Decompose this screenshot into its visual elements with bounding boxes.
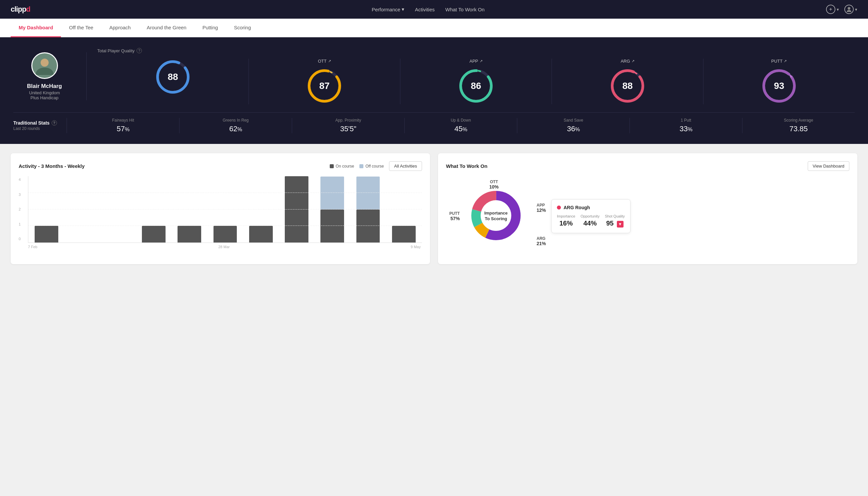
quality-scores: Total Player Quality ? 88: [86, 48, 855, 104]
donut-svg-wrapper: Importance To Scoring: [469, 189, 523, 244]
score-putt: PUTT ↗ 93: [704, 59, 855, 104]
detail-metrics: Importance 16% Opportunity 44% Shot Qual…: [557, 214, 625, 228]
stat-value-updown: 45%: [407, 125, 514, 133]
opportunity-value: 44%: [581, 219, 600, 227]
tab-putting[interactable]: Putting: [194, 19, 226, 37]
bar-off-9: [320, 176, 344, 210]
shot-quality-label: Shot Quality: [605, 214, 625, 218]
chevron-down-icon: ▾: [402, 6, 404, 12]
detail-card-title: ARG Rough: [557, 205, 625, 210]
user-menu-button[interactable]: ▾: [845, 5, 857, 14]
avatar: [31, 52, 58, 79]
gauge-arg-value: 88: [622, 81, 632, 91]
bar-on-1: [35, 226, 58, 243]
stat-value-sand: 36%: [520, 125, 627, 133]
y-label-3: 3: [19, 192, 21, 197]
bar-group-2: [65, 176, 99, 243]
x-label-feb: 7 Feb: [28, 245, 37, 249]
add-button[interactable]: + ▾: [826, 5, 839, 14]
legend-off-course-dot: [359, 164, 363, 168]
stat-name-1putt: 1 Putt: [632, 118, 739, 123]
activity-card: Activity - 3 Months - Weekly On course O…: [11, 153, 430, 264]
opportunity-label: Opportunity: [581, 214, 600, 218]
nav-performance[interactable]: Performance ▾: [372, 6, 404, 12]
metric-importance: Importance 16%: [557, 214, 575, 228]
nav-what-to-work-on[interactable]: What To Work On: [445, 6, 485, 12]
gauge-ott-value: 87: [319, 81, 329, 91]
player-name: Blair McHarg: [27, 83, 62, 90]
y-label-1: 1: [19, 222, 21, 226]
shot-quality-value: 95 ▼: [605, 219, 625, 228]
score-arg: ARG ↗ 88: [552, 59, 704, 104]
activity-controls: On course Off course All Activities: [330, 161, 422, 171]
metric-shot-quality: Shot Quality 95 ▼: [605, 214, 625, 228]
trad-help-icon[interactable]: ?: [52, 120, 57, 126]
stat-scoring-avg: Scoring Average 73.85: [742, 118, 855, 133]
gauge-arg: 88: [609, 68, 646, 104]
chart-bars: [28, 176, 422, 243]
logo[interactable]: clippd: [11, 5, 30, 14]
bar-on-4: [142, 226, 165, 243]
nav-links: Performance ▾ Activities What To Work On: [372, 6, 485, 12]
legend-on-course-dot: [330, 164, 334, 168]
wtwo-header: What To Work On View Dashboard: [446, 161, 849, 171]
bar-group-11: [387, 176, 421, 243]
all-activities-button[interactable]: All Activities: [389, 161, 422, 171]
bar-group-9: [315, 176, 349, 243]
score-total: 88: [97, 59, 249, 104]
gauge-app-value: 86: [471, 81, 481, 91]
bar-group-10: [351, 176, 385, 243]
stat-name-updown: Up & Down: [407, 118, 514, 123]
stat-value-gir: 62%: [182, 125, 289, 133]
tab-off-the-tee[interactable]: Off the Tee: [61, 19, 101, 37]
quality-row: Blair McHarg United Kingdom Plus Handica…: [13, 48, 855, 104]
trad-stats-subtitle: Last 20 rounds: [13, 126, 67, 131]
bar-group-7: [244, 176, 278, 243]
bar-group-8: [280, 176, 313, 243]
bar-group-1: [30, 176, 63, 243]
player-info: Blair McHarg United Kingdom Plus Handica…: [13, 52, 86, 100]
bar-group-4: [137, 176, 171, 243]
nav-right: + ▾ ▾: [826, 5, 857, 14]
bar-on-7: [249, 226, 273, 243]
y-label-0: 0: [19, 237, 21, 241]
chart-legend: On course Off course: [330, 164, 384, 169]
stat-value-scoring: 73.85: [745, 125, 852, 133]
stat-name-app-prox: App. Proximity: [295, 118, 402, 123]
x-axis: 7 Feb 28 Mar 9 May: [28, 243, 422, 249]
chart-wrapper: 0 1 2 3 4: [19, 176, 422, 249]
stat-value-fairways: 57%: [69, 125, 176, 133]
stat-name-scoring: Scoring Average: [745, 118, 852, 123]
svg-text:+: +: [829, 6, 832, 12]
bar-group-3: [101, 176, 135, 243]
stats-row: Traditional Stats ? Last 20 rounds Fairw…: [13, 112, 855, 133]
donut-container: OTT 10% APP 12% ARG 21% PUTT 57%: [446, 176, 546, 256]
quality-label: Total Player Quality ?: [97, 48, 855, 53]
activity-chart-title: Activity - 3 Months - Weekly: [19, 163, 84, 169]
importance-label: Importance: [557, 214, 575, 218]
tab-around-the-green[interactable]: Around the Green: [139, 19, 194, 37]
score-groups: 88 OTT ↗ 87: [97, 59, 855, 104]
wtwo-title: What To Work On: [446, 163, 487, 169]
down-trend-icon: ▼: [617, 221, 624, 228]
trad-stats-title: Traditional Stats ?: [13, 120, 67, 126]
view-dashboard-button[interactable]: View Dashboard: [808, 161, 849, 171]
score-ott: OTT ↗ 87: [249, 59, 400, 104]
stat-up-and-down: Up & Down 45%: [404, 118, 517, 133]
arg-rough-indicator: [557, 205, 561, 210]
bar-on-5: [177, 226, 201, 243]
nav-activities[interactable]: Activities: [415, 6, 435, 12]
bar-on-11: [392, 226, 416, 243]
bar-off-10: [357, 176, 380, 210]
gauge-total: 88: [155, 59, 191, 95]
tab-my-dashboard[interactable]: My Dashboard: [11, 19, 61, 37]
y-axis: 0 1 2 3 4: [19, 177, 21, 241]
putt-label: PUTT ↗: [771, 59, 787, 64]
player-handicap: Plus Handicap: [31, 95, 59, 100]
y-label-4: 4: [19, 177, 21, 182]
help-icon[interactable]: ?: [137, 48, 142, 53]
tab-approach[interactable]: Approach: [101, 19, 139, 37]
metric-opportunity: Opportunity 44%: [581, 214, 600, 228]
tab-scoring[interactable]: Scoring: [226, 19, 259, 37]
svg-point-3: [848, 7, 850, 10]
